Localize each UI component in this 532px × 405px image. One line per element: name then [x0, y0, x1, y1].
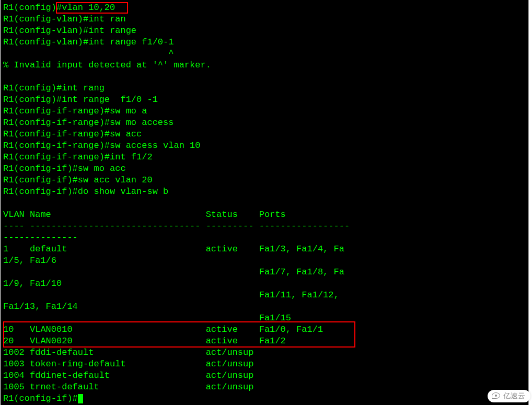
- terminal-line: 10 VLAN0010 active Fa1/0, Fa1/1: [3, 325, 323, 334]
- terminal-line: Fa1/13, Fa1/14: [3, 302, 78, 311]
- terminal-line: R1(config-if)#do show vlan-sw b: [3, 187, 168, 196]
- terminal-line: VLAN Name Status Ports: [3, 210, 286, 219]
- terminal-line: 1003 token-ring-default act/unsup: [3, 359, 253, 369]
- watermark-badge: 亿速云: [488, 390, 530, 402]
- terminal-line: 20 VLAN0020 active Fa1/2: [3, 336, 286, 346]
- terminal-line: R1(config-vlan)#int range: [3, 26, 136, 36]
- terminal-line: R1(config-if-range)#sw mo a: [3, 106, 147, 116]
- terminal-line: R1(config-vlan)#int ran: [3, 14, 126, 24]
- terminal-line: R1(config-if-range)#int f1/2: [3, 152, 153, 162]
- terminal-line: R1(config)#int rang: [3, 83, 105, 93]
- terminal-line: R1(config)#int range f1/0 -1: [3, 95, 158, 105]
- terminal-line: R1(config-if-range)#sw access vlan 10: [3, 141, 200, 151]
- terminal-line: R1(config)#vlan 10,20: [3, 3, 115, 13]
- terminal-line: ---- -------------------------------- --…: [3, 221, 350, 231]
- terminal-line: Fa1/11, Fa1/12,: [3, 290, 344, 300]
- terminal-line: 1/9, Fa1/10: [3, 279, 62, 288]
- watermark-text: 亿速云: [503, 391, 525, 401]
- terminal-line: % Invalid input detected at '^' marker.: [3, 60, 211, 70]
- terminal-line: 1004 fddinet-default act/unsup: [3, 371, 253, 380]
- terminal-line: R1(config-if-range)#sw mo access: [3, 118, 174, 128]
- terminal-line: 1/5, Fa1/6: [3, 256, 56, 265]
- terminal-line: 1 default active Fa1/3, Fa1/4, Fa: [3, 244, 344, 254]
- terminal-line: 1002 fddi-default act/unsup: [3, 348, 253, 357]
- terminal-line: 1005 trnet-default act/unsup: [3, 382, 253, 392]
- terminal-line: ^: [3, 49, 174, 59]
- cursor-icon: [78, 394, 83, 403]
- terminal-line: R1(config-if)#sw acc vlan 20: [3, 175, 153, 185]
- terminal-line: Fa1/15: [3, 313, 291, 323]
- terminal-line: R1(config-vlan)#int range f1/0-1: [3, 37, 174, 47]
- terminal-line: R1(config-if-range)#sw acc: [3, 129, 142, 139]
- terminal-window[interactable]: R1(config)#vlan 10,20 R1(config-vlan)#in…: [0, 0, 529, 405]
- terminal-line: --------------: [3, 233, 78, 242]
- cloud-icon: [492, 392, 501, 400]
- terminal-line: R1(config-if)#sw mo acc: [3, 164, 126, 173]
- terminal-prompt[interactable]: R1(config-if)#: [3, 394, 78, 403]
- terminal-line: Fa1/7, Fa1/8, Fa: [3, 267, 344, 277]
